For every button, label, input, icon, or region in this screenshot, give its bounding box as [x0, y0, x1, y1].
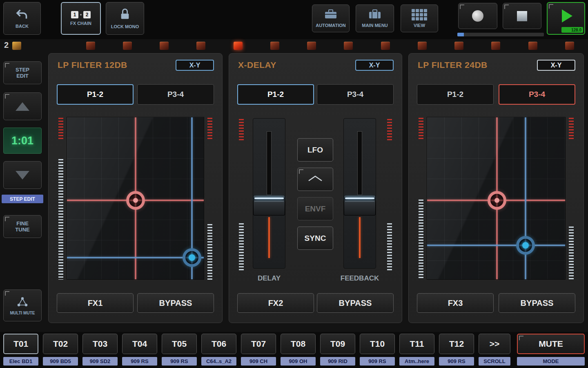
page-button-p1-2[interactable]: P1-2 — [57, 84, 134, 105]
page-row: P1-2 P3-4 — [237, 84, 394, 105]
track-sound-label: Elec BD1 — [3, 357, 38, 366]
scroll-button[interactable]: >> — [479, 334, 510, 354]
drum-pad-icon[interactable] — [491, 42, 500, 50]
xy-mode-button[interactable]: X-Y — [537, 60, 575, 71]
fx-chain-dot-icon — [80, 14, 82, 16]
track-sound-label: 909 RID — [320, 357, 355, 366]
drum-pad-icon[interactable] — [12, 42, 21, 50]
drum-pad-icon[interactable] — [86, 42, 95, 50]
track-button[interactable]: T03 — [82, 334, 118, 354]
meter-level-segments — [207, 224, 212, 280]
page-button-p1-2[interactable]: P1-2 — [237, 84, 314, 105]
track-sound-label: 909 RS — [360, 357, 395, 366]
drum-pad-icon[interactable] — [344, 42, 353, 50]
fx-button-row: FX3 BYPASS — [417, 293, 575, 313]
lock-mono-button[interactable]: LOCK MONO — [106, 2, 144, 35]
xy-mode-button[interactable]: X-Y — [355, 60, 394, 71]
fader-handle[interactable] — [253, 195, 285, 215]
track-button[interactable]: T08 — [281, 334, 316, 354]
meter-peak-segments — [387, 119, 392, 140]
back-button[interactable]: BACK — [3, 2, 41, 35]
main-menu-button[interactable]: MAIN MENU — [356, 4, 394, 32]
step-edit-mode-label: STEP EDIT — [2, 195, 43, 203]
fader-delay[interactable] — [252, 118, 286, 270]
track-cell: T02 909 BD5 — [43, 334, 78, 366]
fader-stem — [267, 131, 272, 195]
drum-pad-icon[interactable] — [454, 42, 463, 50]
xy-puck-red[interactable] — [126, 191, 145, 210]
track-button[interactable]: T04 — [122, 334, 157, 354]
page-button-p3-4[interactable]: P3-4 — [317, 84, 394, 105]
fx-slot-button[interactable]: FX3 — [417, 293, 494, 313]
mute-mode-button[interactable]: MUTE — [517, 334, 585, 354]
drum-pad-icon[interactable] — [123, 42, 132, 50]
fader-feedback[interactable] — [343, 118, 377, 270]
track-button[interactable]: T09 — [320, 334, 355, 354]
view-button[interactable]: VIEW — [401, 4, 438, 32]
bypass-button[interactable]: BYPASS — [137, 293, 214, 313]
drum-pad-icon[interactable] — [565, 42, 574, 50]
track-button[interactable]: T05 — [162, 334, 197, 354]
nudge-up-button[interactable] — [3, 92, 42, 120]
panel-title: X-DELAY — [238, 60, 276, 70]
playback-progress-fill — [457, 33, 464, 36]
nudge-down-button[interactable] — [3, 161, 42, 189]
track-sound-label: 909 OH — [281, 357, 316, 366]
level-meter-left — [419, 118, 423, 280]
fader-handle[interactable] — [344, 195, 376, 215]
xy-pad[interactable] — [427, 117, 566, 280]
track-button[interactable]: T06 — [201, 334, 236, 354]
fader-stem — [357, 131, 362, 195]
meter-peak-segments — [419, 118, 423, 139]
track-sound-label: 909 CH — [241, 357, 276, 366]
sync-button[interactable]: SYNC — [297, 227, 333, 250]
track-button[interactable]: T07 — [241, 334, 276, 354]
track-sound-label: C64..s_A2 — [201, 357, 236, 366]
track-button[interactable]: T02 — [43, 334, 78, 354]
fx-panel-lp-filter-12db: LP FILTER 12DB X-Y P1-2 P3-4 — [48, 53, 223, 323]
drum-pad-icon[interactable] — [418, 42, 427, 50]
drum-pad-icon-active[interactable] — [234, 42, 243, 50]
xy-pad[interactable] — [67, 117, 204, 280]
stop-button[interactable] — [503, 3, 541, 29]
track-button[interactable]: T10 — [360, 334, 395, 354]
track-button[interactable]: T12 — [439, 334, 474, 354]
mute-cell: MUTE MODE — [517, 334, 585, 366]
play-icon — [562, 9, 572, 22]
drum-pad-icon[interactable] — [160, 42, 169, 50]
track-cell: T11 Atm..here — [399, 334, 434, 366]
fine-tune-button[interactable]: FINE TUNE — [3, 215, 42, 238]
track-button[interactable]: T01 — [3, 334, 38, 354]
xy-mode-button[interactable]: X-Y — [176, 60, 214, 71]
fx-slot-button[interactable]: FX2 — [237, 293, 314, 313]
play-button[interactable]: 128.0 — [547, 2, 585, 35]
automation-button[interactable]: AUTOMATION — [312, 4, 350, 32]
multi-mute-button[interactable]: MULTI MUTE — [3, 289, 42, 321]
crosshair-x-blue — [427, 245, 565, 246]
bypass-button[interactable]: BYPASS — [317, 293, 394, 313]
fx-button-row: FX2 BYPASS — [237, 293, 394, 313]
drum-pad-icon[interactable] — [381, 42, 390, 50]
fx-chain-button[interactable]: 1 2 FX CHAIN — [61, 2, 101, 35]
fx-slot-button[interactable]: FX1 — [57, 293, 134, 313]
bypass-button[interactable]: BYPASS — [499, 293, 575, 313]
page-button-p3-4[interactable]: P3-4 — [499, 84, 575, 105]
track-button[interactable]: T11 — [399, 334, 434, 354]
drum-pad-icon[interactable] — [270, 42, 279, 50]
page-button-p1-2[interactable]: P1-2 — [417, 84, 494, 105]
record-button[interactable] — [458, 3, 497, 29]
envf-button[interactable]: ENVF — [297, 197, 333, 220]
drum-pad-icon[interactable] — [528, 42, 537, 50]
page-button-p3-4[interactable]: P3-4 — [137, 84, 214, 105]
step-edit-button[interactable]: STEP EDIT — [3, 61, 42, 84]
fx-button-row: FX1 BYPASS — [57, 293, 214, 313]
multi-mute-icon — [16, 296, 29, 308]
xy-puck-blue[interactable] — [183, 248, 201, 267]
drum-pad-icon[interactable] — [196, 42, 205, 50]
lfo-wave-button[interactable] — [297, 168, 333, 191]
fader-value-line — [268, 217, 270, 258]
drum-pad-icon[interactable] — [307, 42, 316, 50]
lfo-button[interactable]: LFO — [297, 138, 333, 162]
xy-puck-red[interactable] — [488, 191, 506, 210]
xy-puck-blue[interactable] — [516, 236, 535, 255]
